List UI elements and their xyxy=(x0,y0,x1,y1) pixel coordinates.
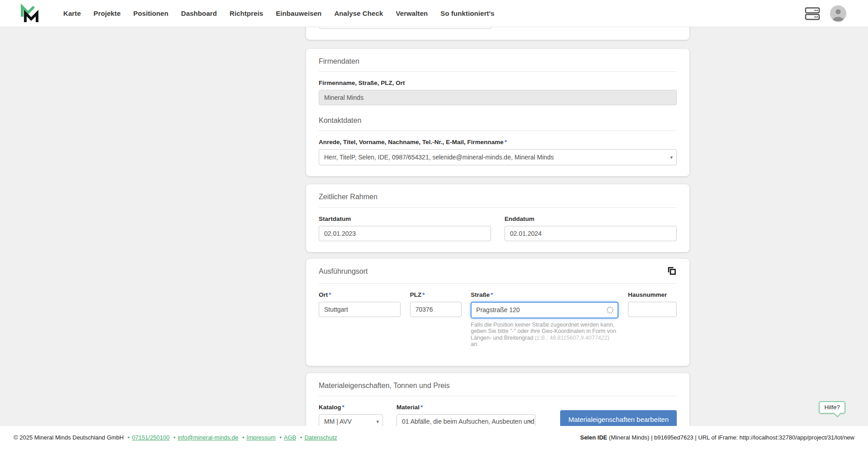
material-select[interactable]: 01 Abfälle, die beim Aufsuchen, Ausbeute… xyxy=(396,414,535,426)
user-avatar-icon[interactable] xyxy=(830,5,846,22)
katalog-label: Katalog* xyxy=(319,404,383,411)
navbar-right xyxy=(805,5,846,22)
enddatum-field[interactable] xyxy=(505,226,677,241)
kontakt-label: Anrede, Titel, Vorname, Nachname, Tel.-N… xyxy=(319,139,677,145)
startdatum-label: Startdatum xyxy=(319,215,491,222)
card-ausfuehrungsort: Ausführungsort Ort* xyxy=(306,259,689,366)
startdatum-field[interactable] xyxy=(319,226,491,241)
strasse-field[interactable] xyxy=(471,302,618,318)
divider xyxy=(319,71,677,72)
kontakt-select[interactable]: Herr, TitelP, Selen, IDE, 0987/654321, s… xyxy=(319,149,677,165)
footer-link-datenschutz[interactable]: Datenschutz xyxy=(304,434,337,441)
nav-item-einbauweisen[interactable]: Einbauweisen xyxy=(276,9,321,17)
server-icon[interactable] xyxy=(805,7,820,20)
main-nav: Karte Projekte Positionen Dashboard Rich… xyxy=(63,9,495,17)
strasse-label: Straße* xyxy=(471,291,618,298)
nav-item-verwalten[interactable]: Verwalten xyxy=(396,9,428,17)
hausnummer-label: Hausnummer xyxy=(628,291,677,298)
enddatum-label: Enddatum xyxy=(505,215,677,222)
card-zeitlicher-rahmen: Zeitlicher Rahmen Startdatum Enddatum xyxy=(306,184,689,252)
hausnummer-field[interactable] xyxy=(628,302,677,317)
nav-item-so-funktionierts[interactable]: So funktioniert's xyxy=(440,9,494,17)
card-partial-top xyxy=(306,27,689,40)
partial-input[interactable] xyxy=(319,27,492,29)
footer-status-text: Selen IDE (Mineral Minds) | b91695ed7623… xyxy=(580,434,854,441)
copy-icon[interactable] xyxy=(667,266,677,277)
materialeigenschaften-bearbeiten-button[interactable]: Materialeigenschaften bearbeiten xyxy=(560,410,677,426)
nav-item-richtpreis[interactable]: Richtpreis xyxy=(230,9,263,17)
top-navbar: Karte Projekte Positionen Dashboard Rich… xyxy=(0,0,868,27)
nav-item-dashboard[interactable]: Dashboard xyxy=(181,9,217,17)
app-content-area: Firmendaten Firmenname, Straße, PLZ, Ort… xyxy=(0,27,868,426)
footer-left: © 2025 Mineral Minds Deutschland GmbH •0… xyxy=(14,434,337,441)
ort-field[interactable] xyxy=(319,302,401,317)
ausfuehrungsort-heading: Ausführungsort xyxy=(319,267,368,276)
loading-spinner-icon xyxy=(607,307,613,313)
firmendaten-heading: Firmendaten xyxy=(319,57,677,65)
footer-link-agb[interactable]: AGB xyxy=(284,434,296,441)
nav-item-projekte[interactable]: Projekte xyxy=(94,9,121,17)
footer-link-impressum[interactable]: Impressum xyxy=(246,434,275,441)
help-button[interactable]: Hilfe? xyxy=(819,401,845,414)
zeitlicher-rahmen-heading: Zeitlicher Rahmen xyxy=(319,192,677,201)
footer-link-phone[interactable]: 07151/250100 xyxy=(132,434,170,441)
divider xyxy=(319,131,677,131)
material-label: Material* xyxy=(396,404,535,411)
plz-label: PLZ* xyxy=(410,291,462,298)
card-firmendaten: Firmendaten Firmenname, Straße, PLZ, Ort… xyxy=(306,49,689,176)
form-column: Firmendaten Firmenname, Straße, PLZ, Ort… xyxy=(306,27,689,426)
plz-field[interactable] xyxy=(410,302,462,317)
katalog-select[interactable]: MM | AVV ▾ xyxy=(319,414,383,426)
ort-label: Ort* xyxy=(319,291,401,298)
mineral-minds-logo[interactable] xyxy=(19,3,40,24)
nav-item-analyse-check[interactable]: Analyse Check xyxy=(334,9,383,17)
firmenname-label: Firmenname, Straße, PLZ, Ort xyxy=(319,80,677,86)
firmenname-field xyxy=(319,90,677,105)
nav-item-positionen[interactable]: Positionen xyxy=(133,9,169,17)
chevron-down-icon: ▾ xyxy=(376,418,379,424)
copyright-text: © 2025 Mineral Minds Deutschland GmbH xyxy=(14,434,124,441)
strasse-helper-text: Falls die Position keiner Straße zugeord… xyxy=(471,322,618,348)
page-footer: © 2025 Mineral Minds Deutschland GmbH •0… xyxy=(0,426,868,449)
chevron-down-icon: ▾ xyxy=(528,418,531,424)
chevron-down-icon: ▾ xyxy=(670,154,673,160)
footer-link-email[interactable]: info@mineral-minds.de xyxy=(178,434,238,441)
nav-item-karte[interactable]: Karte xyxy=(63,9,81,17)
kontaktdaten-heading: Kontaktdaten xyxy=(319,116,677,125)
card-materialeigenschaften: Materialeigenschaften, Tonnen und Preis … xyxy=(306,373,689,426)
material-heading: Materialeigenschaften, Tonnen und Preis xyxy=(319,381,677,390)
